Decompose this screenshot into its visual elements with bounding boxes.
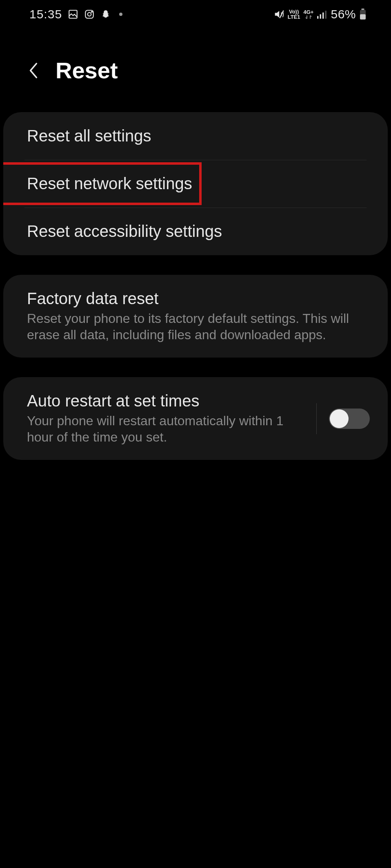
auto-restart-toggle[interactable] (329, 409, 370, 429)
net-label: 4G+ (304, 9, 314, 15)
divider (316, 403, 317, 434)
svg-point-2 (88, 13, 91, 16)
reset-all-settings-row[interactable]: Reset all settings (3, 112, 388, 160)
battery-percent: 56% (331, 7, 356, 21)
svg-rect-8 (325, 11, 327, 19)
row-label: Reset all settings (27, 127, 151, 145)
row-label: Reset accessibility settings (27, 222, 222, 241)
svg-rect-6 (320, 14, 321, 19)
svg-rect-9 (362, 9, 364, 10)
status-left: 15:35 (29, 7, 122, 21)
reset-options-card: Reset all settings Reset network setting… (3, 112, 388, 255)
row-subtitle: Reset your phone to its factory default … (27, 310, 364, 343)
svg-point-3 (91, 11, 92, 12)
back-button[interactable] (24, 61, 43, 80)
reset-accessibility-settings-row[interactable]: Reset accessibility settings (3, 208, 388, 255)
status-bar: 15:35 (0, 0, 391, 29)
row-label: Reset network settings (27, 174, 192, 193)
svg-rect-5 (318, 16, 319, 19)
mute-icon (273, 9, 284, 20)
volte-icon: Vo)) LTE1 (288, 9, 300, 20)
factory-data-reset-row[interactable]: Factory data reset Reset your phone to i… (3, 275, 388, 358)
toggle-knob (330, 409, 349, 428)
row-body: Factory data reset Reset your phone to i… (27, 289, 364, 343)
snapchat-icon (100, 9, 111, 20)
reset-network-settings-row[interactable]: Reset network settings (3, 160, 388, 208)
page-title: Reset (56, 57, 118, 84)
4gplus-icon: 4G+ (304, 9, 314, 20)
battery-icon (359, 9, 367, 20)
instagram-icon (84, 9, 95, 20)
row-subtitle: Your phone will restart automatically wi… (27, 413, 304, 445)
volte-bot: LTE1 (288, 14, 300, 20)
dot-icon (119, 13, 122, 16)
chevron-left-icon (27, 62, 40, 80)
clock: 15:35 (29, 7, 62, 21)
row-label: Auto restart at set times (27, 392, 304, 410)
status-right: Vo)) LTE1 4G+ 56% (273, 7, 367, 21)
signal-icon (317, 10, 327, 19)
gallery-icon (68, 9, 78, 20)
app-bar: Reset (0, 29, 391, 112)
factory-reset-card: Factory data reset Reset your phone to i… (3, 275, 388, 358)
svg-rect-7 (323, 13, 324, 19)
row-body: Auto restart at set times Your phone wil… (27, 392, 304, 445)
svg-rect-11 (360, 14, 366, 20)
row-label: Factory data reset (27, 289, 364, 308)
auto-restart-row[interactable]: Auto restart at set times Your phone wil… (3, 377, 388, 460)
auto-restart-card: Auto restart at set times Your phone wil… (3, 377, 388, 460)
